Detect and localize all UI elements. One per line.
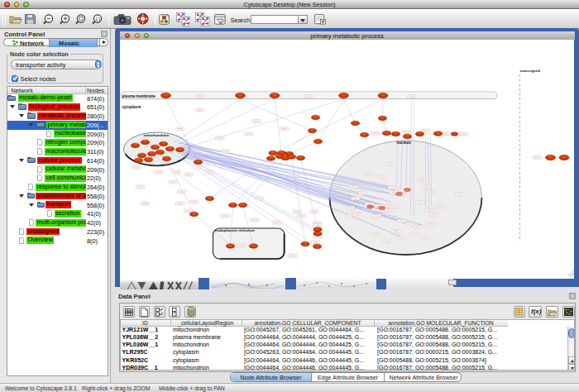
svg-text:1:1: 1:1: [95, 17, 101, 22]
svg-text:plasma membrane: plasma membrane: [122, 94, 156, 98]
svg-text:endoplasmic reticulum: endoplasmic reticulum: [215, 228, 255, 232]
svg-text:nucleus: nucleus: [396, 141, 411, 145]
svg-text:cytoplasm: cytoplasm: [122, 105, 141, 109]
svg-text:unassigned: unassigned: [519, 69, 540, 73]
svg-text:mitochondrion: mitochondrion: [143, 133, 169, 137]
